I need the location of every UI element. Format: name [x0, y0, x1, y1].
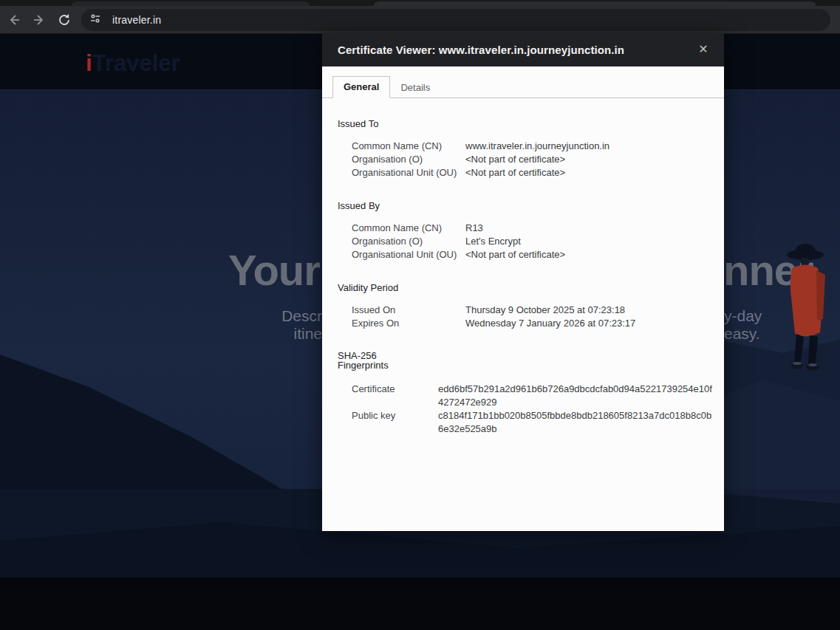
browser-toolbar: itraveler.in: [0, 6, 840, 34]
forward-button[interactable]: [28, 9, 50, 31]
cert-field-row: Certificate edd6bf57b291a2d961b6b726a9db…: [352, 383, 724, 409]
field-label: Organisational Unit (OU): [352, 248, 465, 261]
back-icon: [7, 13, 21, 27]
field-label: Organisation (O): [352, 235, 465, 248]
logo-rest: Traveler: [92, 50, 180, 76]
cert-field-row: Organisational Unit (OU) <Not part of ce…: [352, 248, 724, 261]
cert-field-row: Organisation (O) Let's Encrypt: [352, 235, 724, 248]
hero-headline-fragment-left: Your: [228, 245, 320, 295]
field-label: Common Name (CN): [352, 140, 465, 153]
certificate-viewer-dialog: Certificate Viewer: www.itraveler.in.jou…: [322, 32, 724, 531]
section-issued-to: Issued To Common Name (CN) www.itraveler…: [322, 118, 724, 179]
field-label: Common Name (CN): [352, 222, 465, 235]
url-text[interactable]: itraveler.in: [112, 14, 161, 26]
field-value: R13: [465, 222, 483, 235]
dialog-tab-bar: General Details: [322, 66, 724, 98]
forward-icon: [32, 13, 47, 27]
field-value: <Not part of certificate>: [465, 153, 565, 166]
cert-field-row: Issued On Thursday 9 October 2025 at 07:…: [352, 304, 724, 317]
logo-i: i: [86, 50, 92, 76]
section-heading: Issued By: [338, 200, 724, 212]
site-settings-button[interactable]: [84, 9, 106, 31]
dialog-content: Issued To Common Name (CN) www.itraveler…: [322, 98, 724, 531]
cert-field-row: Common Name (CN) www.itraveler.in.journe…: [352, 140, 724, 153]
section-heading: Issued To: [338, 118, 724, 130]
section-validity-period: Validity Period Issued On Thursday 9 Oct…: [322, 282, 724, 330]
hero-subtitle-fragment: itine: [293, 325, 322, 343]
tab-strip: [0, 0, 840, 6]
field-label: Expires On: [352, 317, 465, 330]
field-value: <Not part of certificate>: [465, 166, 565, 179]
cert-field-row: Expires On Wednesday 7 January 2026 at 0…: [352, 317, 724, 330]
reload-button[interactable]: [53, 9, 75, 31]
field-value: <Not part of certificate>: [465, 248, 565, 261]
screen: itraveler.in iTraveler Your nner Descr i…: [0, 0, 840, 630]
cert-field-row: Organisation (O) <Not part of certificat…: [352, 153, 724, 166]
section-heading: Validity Period: [338, 282, 724, 294]
field-label: Public key: [352, 409, 438, 436]
hiker-figure-image: [778, 242, 840, 375]
reload-icon: [57, 13, 72, 27]
section-heading: SHA-256 Fingerprints: [338, 351, 406, 370]
section-sha256-fingerprints: SHA-256 Fingerprints Certificate edd6bf5…: [322, 351, 724, 436]
close-icon[interactable]: ✕: [696, 42, 711, 57]
field-value: Let's Encrypt: [465, 235, 521, 248]
field-value: edd6bf57b291a2d961b6b726a9dbcdcfab0d94a5…: [438, 383, 716, 409]
dialog-header: Certificate Viewer: www.itraveler.in.jou…: [322, 32, 724, 66]
cert-field-row: Common Name (CN) R13: [352, 222, 724, 235]
tab-details[interactable]: Details: [390, 78, 440, 98]
cert-field-row: Organisational Unit (OU) <Not part of ce…: [352, 166, 724, 179]
tune-icon: [89, 12, 102, 27]
field-label: Organisational Unit (OU): [352, 166, 465, 179]
section-issued-by: Issued By Common Name (CN) R13 Organisat…: [322, 200, 724, 261]
address-bar[interactable]: itraveler.in: [81, 9, 830, 31]
hero-subtitle-fragment: Descr: [281, 307, 322, 325]
field-value: www.itraveler.in.journeyjunction.in: [465, 140, 609, 153]
tab-general[interactable]: General: [332, 76, 390, 98]
hero-subtitle-fragment: y-day: [724, 307, 762, 325]
site-logo[interactable]: iTraveler: [86, 50, 180, 77]
hero-subtitle-fragment: easy.: [724, 325, 760, 343]
page-footer-section: [0, 578, 840, 630]
field-label: Organisation (O): [352, 153, 465, 166]
field-value: Wednesday 7 January 2026 at 07:23:17: [465, 317, 635, 330]
back-button[interactable]: [3, 9, 25, 31]
field-label: Certificate: [352, 383, 438, 409]
field-label: Issued On: [352, 304, 465, 317]
cert-field-row: Public key c8184f171b1bb020b8505fbbde8bd…: [352, 409, 724, 436]
field-value: Thursday 9 October 2025 at 07:23:18: [465, 304, 625, 317]
dialog-title: Certificate Viewer: www.itraveler.in.jou…: [338, 44, 624, 56]
field-value: c8184f171b1bb020b8505fbbde8bdb218605f821…: [438, 409, 716, 436]
